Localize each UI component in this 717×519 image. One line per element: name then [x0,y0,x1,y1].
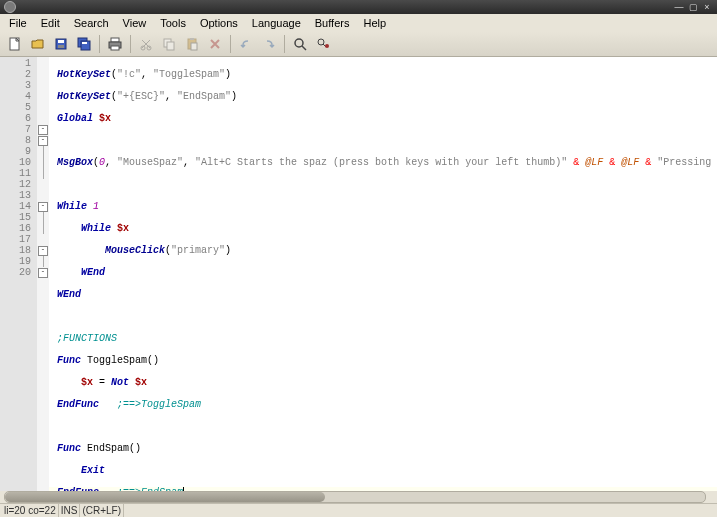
svg-rect-13 [167,42,174,50]
status-bar: li=20 co=22 INS (CR+LF) [0,503,717,517]
search-button[interactable] [289,33,311,55]
svg-rect-7 [111,38,119,42]
status-eol: (CR+LF) [80,504,124,517]
menu-search[interactable]: Search [67,15,116,31]
menu-view[interactable]: View [116,15,154,31]
line-number: 11 [0,168,37,179]
line-number: 19 [0,256,37,267]
save-all-button[interactable] [73,33,95,55]
print-button[interactable] [104,33,126,55]
line-number: 17 [0,234,37,245]
open-file-button[interactable] [27,33,49,55]
fold-toggle-icon[interactable]: - [38,268,48,278]
editor: 1 2 3 4 5 6 7 8 9 10 11 12 13 14 15 16 1… [0,57,717,491]
toolbar-separator [230,35,231,53]
svg-rect-15 [190,38,194,40]
line-number: 7 [0,124,37,135]
paste-button [181,33,203,55]
svg-point-17 [295,39,303,47]
fold-column: - - - - - [37,57,49,491]
svg-rect-6 [82,42,87,44]
line-number: 15 [0,212,37,223]
undo-button [235,33,257,55]
status-position: li=20 co=22 [2,504,59,517]
menu-tools[interactable]: Tools [153,15,193,31]
menu-buffers[interactable]: Buffers [308,15,357,31]
maximize-button[interactable]: ▢ [687,3,699,11]
app-icon [4,1,16,13]
minimize-button[interactable]: — [673,3,685,11]
toolbar [0,32,717,57]
horizontal-scrollbar[interactable] [0,491,717,503]
line-number: 1 [0,58,37,69]
menu-options[interactable]: Options [193,15,245,31]
menu-bar: File Edit Search View Tools Options Lang… [0,14,717,32]
svg-rect-3 [58,45,64,48]
line-number: 2 [0,69,37,80]
menu-edit[interactable]: Edit [34,15,67,31]
line-number: 4 [0,91,37,102]
line-number: 9 [0,146,37,157]
line-number: 10 [0,157,37,168]
status-insert-mode: INS [59,504,81,517]
toolbar-separator [130,35,131,53]
line-number: 6 [0,113,37,124]
toolbar-separator [99,35,100,53]
fold-toggle-icon[interactable]: - [38,136,48,146]
svg-rect-9 [111,46,119,50]
line-number: 16 [0,223,37,234]
line-number: 13 [0,190,37,201]
line-number: 18 [0,245,37,256]
fold-toggle-icon[interactable]: - [38,246,48,256]
toolbar-separator [284,35,285,53]
save-button[interactable] [50,33,72,55]
close-button[interactable]: × [701,3,713,11]
line-number: 14 [0,201,37,212]
line-number: 20 [0,267,37,278]
title-bar: — ▢ × [0,0,717,14]
copy-button [158,33,180,55]
search-replace-button[interactable] [312,33,334,55]
menu-help[interactable]: Help [356,15,393,31]
fold-toggle-icon[interactable]: - [38,125,48,135]
svg-rect-2 [58,40,64,43]
new-file-button[interactable] [4,33,26,55]
scroll-thumb[interactable] [5,492,325,502]
line-number: 8 [0,135,37,146]
svg-rect-16 [191,43,197,50]
line-number-gutter: 1 2 3 4 5 6 7 8 9 10 11 12 13 14 15 16 1… [0,57,37,491]
delete-button [204,33,226,55]
redo-button [258,33,280,55]
svg-point-19 [325,44,329,48]
window-controls: — ▢ × [673,3,713,11]
cut-button [135,33,157,55]
menu-file[interactable]: File [2,15,34,31]
line-number: 12 [0,179,37,190]
code-area[interactable]: HotKeySet("!c", "ToggleSpam") HotKeySet(… [49,57,717,491]
fold-toggle-icon[interactable]: - [38,202,48,212]
line-number: 5 [0,102,37,113]
menu-language[interactable]: Language [245,15,308,31]
line-number: 3 [0,80,37,91]
